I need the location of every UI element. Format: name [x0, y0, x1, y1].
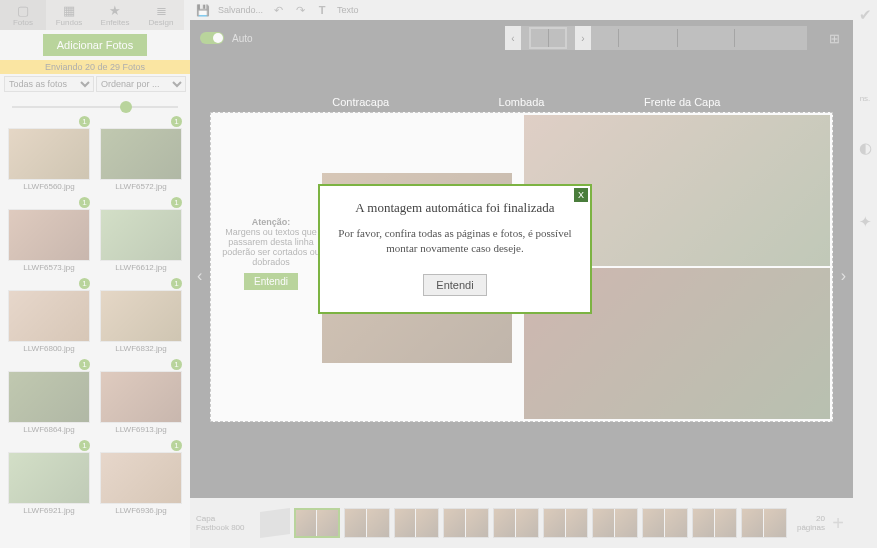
- modal-close-button[interactable]: X: [574, 188, 588, 202]
- modal-body: Por favor, confira todas as páginas e fo…: [338, 226, 572, 256]
- modal-ok-button[interactable]: Entendi: [423, 274, 486, 296]
- completion-modal: X A montagem automática foi finalizada P…: [318, 184, 592, 314]
- modal-title: A montagem automática foi finalizada: [338, 200, 572, 216]
